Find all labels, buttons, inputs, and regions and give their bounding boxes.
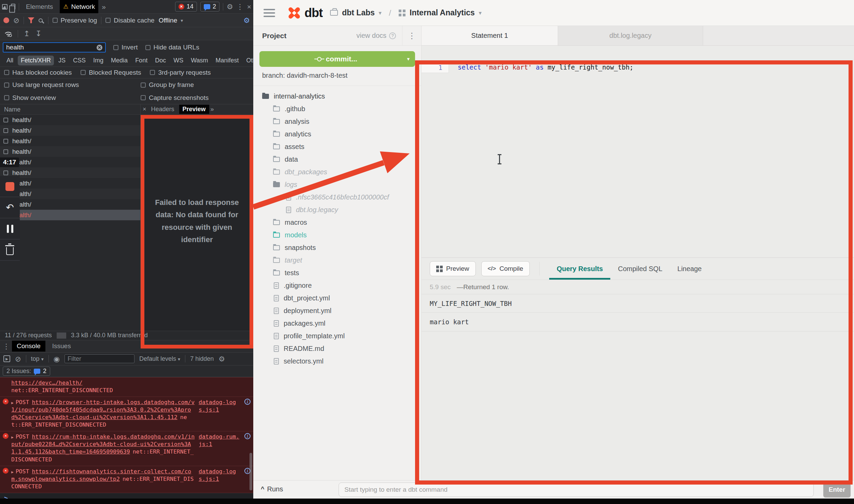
settings-gear-icon[interactable]: ⚙	[227, 3, 233, 10]
enter-button[interactable]: Enter	[823, 482, 851, 498]
invert-checkbox[interactable]: Invert	[113, 44, 138, 51]
console-settings-gear-icon[interactable]: ⚙	[218, 355, 225, 362]
console-filter-input[interactable]	[65, 354, 134, 363]
tab-issues[interactable]: Issues	[47, 341, 76, 352]
chip-ws[interactable]: WS	[170, 56, 186, 65]
issues-counter[interactable]: 2 Issues: 2	[3, 367, 50, 376]
tree-folder-snapshots[interactable]: snapshots	[253, 241, 421, 254]
search-icon[interactable]	[39, 18, 43, 23]
group-by-frame-checkbox[interactable]: Group by frame	[141, 81, 194, 89]
tree-file-readme-md[interactable]: README.md	[253, 342, 421, 355]
hide-data-urls-checkbox[interactable]: Hide data URLs	[145, 44, 199, 51]
clear-icon[interactable]: ⊘	[13, 17, 19, 24]
request-row[interactable]: health/	[0, 178, 140, 189]
sql-editor[interactable]: 1 select 'mario kart' as my_life_right_n…	[422, 46, 854, 257]
tab-console[interactable]: Console	[12, 341, 45, 352]
tree-folder-tests[interactable]: tests	[253, 267, 421, 279]
tab-lineage[interactable]: Lineage	[670, 258, 709, 280]
tree-folder-github[interactable]: .github	[253, 103, 421, 115]
tree-file-profile-template-yml[interactable]: profile_template.yml	[253, 330, 421, 342]
request-row[interactable]: health/	[0, 125, 140, 136]
close-detail-icon[interactable]: ×	[143, 106, 146, 113]
third-party-requests-checkbox[interactable]: 3rd-party requests	[150, 69, 211, 76]
hamburger-menu-icon[interactable]	[264, 9, 275, 17]
name-column-header[interactable]: Name	[0, 104, 140, 115]
network-filter-input[interactable]	[6, 44, 97, 51]
has-blocked-cookies-checkbox[interactable]: Has blocked cookies	[4, 69, 72, 76]
log-levels-select[interactable]: Default levels ▾	[139, 355, 180, 362]
issue-count-badge[interactable]: 2	[200, 2, 219, 12]
tab-preview[interactable]: Preview	[179, 105, 209, 114]
request-row-selected[interactable]: health/	[0, 210, 140, 220]
request-row[interactable]: health/	[0, 199, 140, 210]
compile-button[interactable]: </>Compile	[481, 261, 530, 276]
close-console-icon[interactable]: ×	[246, 343, 251, 350]
project-switcher[interactable]: Internal Analytics ▾	[399, 8, 481, 17]
tree-file-selectors-yml[interactable]: selectors.yml	[253, 355, 421, 368]
error-url-link[interactable]: https://devc…/health/	[11, 380, 83, 386]
filter-funnel-icon[interactable]	[28, 17, 34, 23]
blocked-requests-checkbox[interactable]: Blocked Requests	[81, 69, 141, 76]
info-icon[interactable]: i	[244, 433, 251, 439]
pause-recording-button[interactable]	[0, 218, 20, 239]
tree-file-dbt-project-yml[interactable]: dbt_project.yml	[253, 292, 421, 305]
sidebar-kebab-icon[interactable]: ⋮	[402, 26, 421, 45]
device-toolbar-icon[interactable]	[11, 4, 15, 10]
tree-file-gitignore[interactable]: .gitignore	[253, 279, 421, 292]
tab-compiled-sql[interactable]: Compiled SQL	[610, 258, 670, 280]
inspect-icon[interactable]	[2, 4, 8, 10]
chip-manifest[interactable]: Manifest	[213, 56, 242, 65]
tab-headers[interactable]: Headers	[148, 105, 178, 114]
tree-file-deployment-yml[interactable]: deployment.yml	[253, 305, 421, 317]
chip-font[interactable]: Font	[132, 56, 151, 65]
restart-recording-button[interactable]: ↶	[0, 197, 20, 218]
close-icon[interactable]: ×	[247, 3, 251, 10]
request-row[interactable]: health/	[0, 146, 140, 157]
info-icon[interactable]: i	[244, 399, 251, 405]
tree-file-nfs[interactable]: .nfsc3665c416bfecb1000000cf	[253, 191, 421, 204]
import-har-icon[interactable]: ↥	[24, 30, 30, 38]
console-kebab-icon[interactable]: ⋮	[3, 343, 10, 350]
console-sidebar-toggle-icon[interactable]: ▶	[3, 355, 10, 362]
kebab-menu-icon[interactable]: ⋮	[237, 3, 244, 10]
tree-file-packages-yml[interactable]: packages.yml	[253, 317, 421, 330]
runs-toggle[interactable]: ^ Runs	[261, 485, 283, 493]
source-link[interactable]: datadog-logs.js:1	[199, 399, 242, 414]
request-row[interactable]: health/	[0, 189, 140, 199]
export-har-icon[interactable]: ↧	[35, 30, 41, 38]
source-link[interactable]: datadog-logs.js:1	[199, 468, 242, 483]
account-switcher[interactable]: dbt Labs ▾	[330, 8, 381, 17]
tree-file-dbt-log-legacy[interactable]: dbt.log.legacy	[253, 204, 421, 216]
tree-folder-dbt-packages[interactable]: dbt_packages	[253, 166, 421, 178]
request-row[interactable]: health/	[0, 157, 140, 167]
network-settings-gear-icon[interactable]: ⚙	[243, 17, 250, 24]
preserve-log-checkbox[interactable]: Preserve log	[53, 17, 97, 24]
expand-icon[interactable]: ▶	[11, 470, 14, 474]
chip-media[interactable]: Media	[108, 56, 131, 65]
chip-all[interactable]: All	[3, 56, 16, 65]
delete-recording-button[interactable]	[0, 239, 20, 261]
tree-folder-target[interactable]: target	[253, 254, 421, 267]
tab-network[interactable]: ⚠Network	[60, 0, 98, 13]
expand-icon[interactable]: ▶	[11, 401, 14, 405]
error-url-link[interactable]: https://browser-http-intake.logs.datadog…	[11, 399, 195, 420]
tab-elements[interactable]: Elements	[23, 0, 56, 13]
request-row[interactable]: health/	[0, 167, 140, 178]
eye-icon[interactable]: ◉	[54, 355, 60, 362]
stop-recording-button[interactable]	[0, 176, 20, 197]
source-link[interactable]: datadog-rum.js:1	[199, 433, 242, 448]
throttling-select[interactable]: Offline▾	[159, 17, 183, 24]
network-conditions-icon[interactable]	[4, 30, 12, 37]
chip-doc[interactable]: Doc	[152, 56, 169, 65]
commit-button[interactable]: commit... ▾	[259, 51, 415, 67]
tree-folder-analytics[interactable]: analytics	[253, 128, 421, 140]
expand-icon[interactable]: ▶	[11, 435, 14, 440]
request-row[interactable]: health/	[0, 115, 140, 125]
clear-filter-icon[interactable]: ✕	[97, 45, 102, 50]
tab-dbt-log-legacy[interactable]: dbt.log.legacy	[558, 26, 703, 45]
request-row[interactable]: health/	[0, 136, 140, 146]
tree-folder-models[interactable]: models	[253, 229, 421, 241]
view-docs-link[interactable]: view docs ?	[356, 32, 402, 40]
chip-css[interactable]: CSS	[70, 56, 89, 65]
chip-wasm[interactable]: Wasm	[188, 56, 211, 65]
